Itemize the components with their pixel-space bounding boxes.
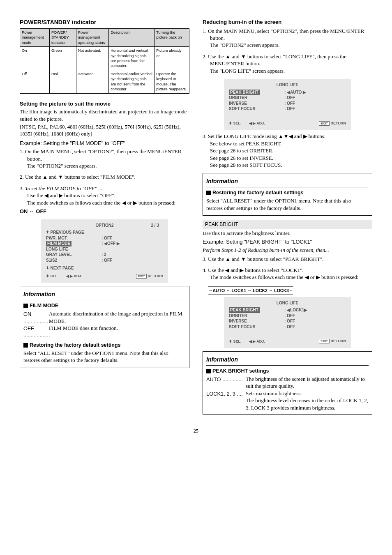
step-1: 1. On the MAIN MENU, select "OPTION2", t…	[20, 148, 189, 170]
info-box-filmmode: Information FILM MODE ON ...............…	[20, 286, 189, 368]
right-column: Reducing burn-in of the screen 1. On the…	[203, 18, 372, 419]
osd1-page: 2 / 3	[151, 223, 159, 228]
peak-italic: Perform Steps 1-2 of Reducing burn-in of…	[203, 247, 372, 254]
step3-num: 3.	[20, 186, 25, 191]
osd1-r4v: : 2	[101, 252, 163, 258]
osd2-r2v: : OFF	[284, 95, 346, 101]
osd3-sel: SEL.	[233, 339, 242, 343]
r2c3: Activated.	[76, 70, 108, 93]
osd2-r1l: PEAK BRIGHT	[229, 90, 260, 95]
info-box-restoring: Information Restoring the factory defaul…	[203, 173, 372, 216]
heading-power-standby: POWER/STANDBY indicator	[20, 18, 189, 26]
osd3-r3v: : OFF	[284, 318, 346, 324]
info-box-peakbright: Information PEAK BRIGHT settings AUTO ..…	[203, 351, 372, 415]
r2c5: Operate the keyboard or mouse. The pictu…	[154, 70, 189, 93]
p-setting-2: [NTSC, PAL, PAL60, 480I (60Hz), 525I (60…	[20, 124, 189, 138]
steps-longlife-2: 3. Set the LONG LIFE mode using ▲▼◀ and …	[203, 133, 372, 169]
burn-step-3: 3. Set the LONG LIFE mode using ▲▼◀ and …	[203, 133, 372, 169]
lock-val: Sets maximum brightness. The brightness …	[246, 390, 369, 412]
steps-longlife: 1. On the MAIN MENU, select "OPTION2", t…	[203, 28, 372, 75]
step3-body: Use the ◀ and ▶ buttons to select "OFF".…	[27, 192, 175, 207]
burn-step-2: 2. Use the ▲ and ▼ buttons to select "LO…	[203, 53, 372, 75]
r2c1: Off	[20, 70, 50, 93]
osd3-ret: RETURN	[331, 339, 346, 343]
osd1-r1v: : OFF	[101, 235, 163, 241]
osd2-r3v: : OFF	[284, 101, 346, 106]
osd2-ret: RETURN	[331, 121, 346, 125]
step3-title: To set the FILM MODE to "OFF" ...	[25, 186, 102, 191]
film-off-val: FILM MODE does not function.	[49, 325, 186, 339]
osd3-adj: ADJ.	[256, 339, 265, 343]
step-2: 2. Use the ▲ and ▼ buttons to select "FI…	[20, 174, 189, 181]
osd3-r2v: : OFF	[284, 313, 346, 319]
osd1-r3l: LONG LIFE	[46, 246, 101, 252]
osd-option2: OPTION22 / 3 ⬆ PREVIOUS PAGE PWR. MGT.: …	[41, 219, 168, 283]
steps-filmmode: 1. On the MAIN MENU, select "OPTION2", t…	[20, 148, 189, 215]
r1c1: On	[20, 47, 50, 70]
restoring-heading-2: Restoring the factory default settings	[206, 189, 369, 196]
p-setting-1: The film image is automatically discrimi…	[20, 108, 189, 123]
osd2-r4l: SOFT FOCUS	[229, 106, 284, 112]
r1c5: Picture already on.	[154, 47, 189, 70]
osd1-r2l: FILM MODE	[46, 241, 71, 246]
info-heading-3: Information	[206, 356, 369, 364]
heading-setting-picture: Setting the picture to suit the movie	[20, 100, 189, 108]
th-3: Power management operating status	[76, 28, 108, 46]
pb-settings-heading: PEAK BRIGHT settings	[206, 368, 369, 375]
info-heading: Information	[23, 290, 186, 298]
peak-step-3: 3. Use the ▲ and ▼ buttons to select "PE…	[203, 256, 372, 263]
power-standby-table: Power management mode POWER/ STANDBY ind…	[20, 28, 189, 94]
r1c3: Not activated.	[76, 47, 108, 70]
peak-example: Example: Setting "PEAK BRIGHT" to "LOCK1…	[203, 238, 372, 245]
auto-key: AUTO ..............	[206, 376, 244, 390]
osd1-r5v: : OFF	[101, 258, 163, 263]
osd-longlife-auto: LONG LIFE PEAK BRIGHT: ◀AUTO ▶ ORBITER: …	[224, 79, 351, 130]
restoring-p: Select "ALL RESET" under the OPTION1 men…	[23, 350, 186, 364]
auto-val: The brightness of the screen is adjusted…	[246, 376, 369, 390]
burn-step-1: 1. On the MAIN MENU, select "OPTION2", t…	[203, 28, 372, 49]
osd3-r1v: : ◀LOCK1▶	[284, 307, 346, 313]
osd3-r4v: : OFF	[284, 324, 346, 330]
osd3-r3l: INVERSE	[229, 318, 284, 324]
osd1-r4l: GRAY LEVEL	[46, 252, 101, 258]
step-3: 3. To set the FILM MODE to "OFF" ... Use…	[20, 185, 189, 215]
r2c2: Red	[49, 70, 76, 93]
peak-cycle: →AUTO ↔ LOCK1 ↔ LOCK2 ↔ LOCK3←	[208, 286, 293, 295]
film-mode-heading: FILM MODE	[23, 302, 186, 309]
film-off-key: OFF ..................	[23, 325, 47, 339]
heading-burn-in: Reducing burn-in of the screen	[203, 18, 372, 26]
osd3-r1l: PEAK BRIGHT	[229, 307, 260, 313]
r2c4: Horizontal and/or vertical synchronizing…	[109, 70, 154, 93]
osd1-r5l: S1/S2	[46, 258, 101, 263]
osd2-adj: ADJ.	[256, 121, 265, 125]
osd2-sel: SEL.	[233, 121, 242, 125]
page-number: 25	[20, 428, 372, 434]
steps-peakbright: 3. Use the ▲ and ▼ buttons to select "PE…	[203, 256, 372, 281]
r1c2: Green	[49, 47, 76, 70]
osd3-r4l: SOFT FOCUS	[229, 324, 284, 330]
osd1-prev: PREVIOUS PAGE	[51, 230, 84, 235]
osd1-next: NEXT PAGE	[51, 265, 74, 271]
osd2-r1v: : ◀AUTO ▶	[284, 90, 346, 95]
osd2-r4v: : OFF	[284, 106, 346, 112]
top-rule	[20, 15, 372, 15]
film-on-val: Automatic discrimination of the image an…	[49, 311, 186, 325]
osd1-adj: ADJ.	[74, 274, 82, 278]
osd2-title: LONG LIFE	[277, 83, 298, 87]
film-on-key: ON ...................	[23, 311, 47, 325]
osd1-r2v: : ◀OFF ▶	[101, 241, 163, 246]
osd2-r2l: ORBITER	[229, 95, 284, 101]
restoring-p-2: Select "ALL RESET" under the OPTION1 men…	[206, 198, 369, 212]
th-4: Description	[109, 28, 154, 46]
osd1-sel: SEL.	[51, 274, 59, 278]
left-column: POWER/STANDBY indicator Power management…	[20, 18, 189, 419]
two-column-layout: POWER/STANDBY indicator Power management…	[20, 18, 372, 419]
th-5: Turning the picture back on	[154, 28, 189, 46]
osd1-ret: RETURN	[148, 274, 164, 278]
peak-bright-heading: PEAK BRIGHT	[203, 220, 372, 229]
osd2-r3l: INVERSE	[229, 101, 284, 106]
peak-p1: Use this to activate the brightness limi…	[203, 230, 372, 237]
example-filmmode: Example: Setting the "FILM MODE" to "OFF…	[20, 140, 189, 147]
info-heading-2: Information	[206, 177, 369, 185]
th-2: POWER/ STANDBY indicator	[49, 28, 76, 46]
